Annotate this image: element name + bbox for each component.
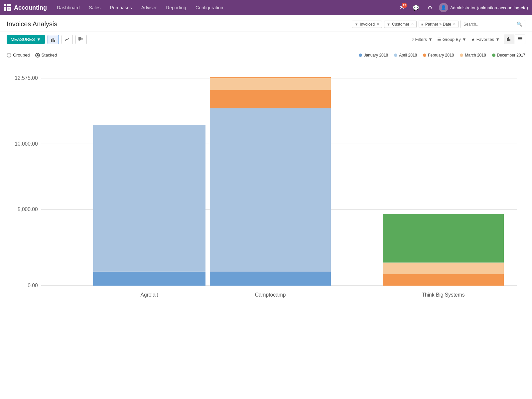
filter-icon-partner: ■ xyxy=(421,22,424,26)
bar-agrolait-seg1[interactable] xyxy=(93,272,205,286)
nav-purchases[interactable]: Purchases xyxy=(105,0,137,15)
filter-customer-close[interactable]: ✕ xyxy=(411,22,414,26)
avatar: 👤 xyxy=(439,3,448,12)
grouped-option[interactable]: Grouped xyxy=(7,53,30,58)
legend-item-2: February 2018 xyxy=(423,53,454,58)
filter-customer[interactable]: ▼ Customer ✕ xyxy=(384,21,417,28)
measures-label: MEASURES xyxy=(11,37,35,42)
stacked-radio xyxy=(35,53,40,58)
pie-chart-btn[interactable] xyxy=(75,35,87,44)
svg-rect-5 xyxy=(509,39,510,41)
stacked-option[interactable]: Stacked xyxy=(35,53,57,58)
legend-item-1: April 2018 xyxy=(394,53,417,58)
bar-camptocamp-seg-jan-dark[interactable] xyxy=(210,272,331,286)
filter-partner-label: Partner > Date xyxy=(425,22,451,27)
legend-dot-0 xyxy=(359,54,362,57)
legend-label-3: March 2018 xyxy=(465,53,486,58)
bar-camptocamp-seg-jan[interactable] xyxy=(210,108,331,271)
nav-configuration[interactable]: Configuration xyxy=(191,0,228,15)
chart-options: Grouped Stacked January 2018 April 2018 … xyxy=(7,53,525,58)
legend-item-3: March 2018 xyxy=(460,53,486,58)
chart-legend: January 2018 April 2018 February 2018 Ma… xyxy=(359,53,525,58)
navbar-right: ✉ 13 💬 ⚙ 👤 Administrator (animation-acco… xyxy=(397,3,528,13)
svg-rect-4 xyxy=(508,37,509,41)
search-input-wrap: 🔍 xyxy=(461,20,525,28)
chat-btn[interactable]: 💬 xyxy=(411,3,421,13)
svg-rect-1 xyxy=(53,38,54,42)
x-label-think: Think Big Systems xyxy=(422,292,465,298)
legend-label-1: April 2018 xyxy=(399,53,417,58)
groupby-label: Group By xyxy=(443,37,461,42)
favorites-caret: ▼ xyxy=(495,37,500,42)
nav-adviser[interactable]: Adviser xyxy=(137,0,162,15)
bar-think-seg-dec[interactable] xyxy=(383,214,504,262)
filter-icon-invoiced: ▼ xyxy=(354,22,358,26)
view-buttons xyxy=(504,35,525,44)
y-label-0: 0.00 xyxy=(28,283,38,288)
search-input[interactable] xyxy=(461,21,514,28)
legend-dot-4 xyxy=(492,54,495,57)
legend-item-0: January 2018 xyxy=(359,53,388,58)
filters-label: Filters xyxy=(415,37,427,42)
nav-dashboard[interactable]: Dashboard xyxy=(52,0,84,15)
y-label-10k: 10,000.00 xyxy=(15,141,38,147)
legend-dot-3 xyxy=(460,54,463,57)
filter-funnel-icon: ▿ xyxy=(412,37,414,42)
x-label-camptocamp: Camptocamp xyxy=(255,292,286,298)
svg-rect-6 xyxy=(518,37,522,38)
bar-agrolait-seg2[interactable] xyxy=(93,125,205,272)
nav-links: Dashboard Sales Purchases Adviser Report… xyxy=(52,0,397,15)
user-label: Administrator (animation-accounting-cfa) xyxy=(450,5,528,10)
bar-camptocamp-seg-feb[interactable] xyxy=(210,90,331,108)
filters-btn[interactable]: ▿ Filters ▼ xyxy=(412,37,433,42)
legend-label-4: December 2017 xyxy=(497,53,525,58)
page-title: Invoices Analysis xyxy=(7,20,57,28)
brand-label: Accounting xyxy=(14,4,47,11)
line-chart-btn[interactable] xyxy=(62,35,73,44)
svg-rect-3 xyxy=(507,38,508,41)
filter-invoiced[interactable]: ▼ Invoiced ✕ xyxy=(352,21,382,28)
nav-reporting[interactable]: Reporting xyxy=(161,0,191,15)
chart-view-btn[interactable] xyxy=(504,35,514,44)
legend-label-2: February 2018 xyxy=(428,53,454,58)
filter-customer-label: Customer xyxy=(392,22,409,27)
nav-sales[interactable]: Sales xyxy=(84,0,105,15)
chart-area: Grouped Stacked January 2018 April 2018 … xyxy=(0,47,532,327)
legend-label-0: January 2018 xyxy=(364,53,388,58)
legend-dot-1 xyxy=(394,54,397,57)
groupby-btn[interactable]: ☰ Group By ▼ xyxy=(437,37,466,42)
svg-rect-8 xyxy=(518,40,522,40)
favorites-label: Favorites xyxy=(476,37,494,42)
chart-container: 12,575.00 10,000.00 5,000.00 0.00 Agrola… xyxy=(7,61,525,321)
filters-caret: ▼ xyxy=(428,37,433,42)
groupby-icon: ☰ xyxy=(437,37,441,42)
svg-rect-2 xyxy=(54,40,55,42)
list-view-btn[interactable] xyxy=(515,35,525,44)
notification-badge: 13 xyxy=(402,3,407,8)
groupby-caret: ▼ xyxy=(462,37,466,42)
filter-partner-date[interactable]: ■ Partner > Date ✕ xyxy=(419,21,459,28)
bar-chart-svg: 12,575.00 10,000.00 5,000.00 0.00 Agrola… xyxy=(7,61,525,320)
bar-camptocamp-seg-mar[interactable] xyxy=(210,78,331,90)
bar-think-seg-mar[interactable] xyxy=(383,263,504,274)
page-content: Invoices Analysis ▼ Invoiced ✕ ▼ Custome… xyxy=(0,15,532,399)
search-button[interactable]: 🔍 xyxy=(514,20,525,28)
bar-think-seg-feb[interactable] xyxy=(383,274,504,286)
filter-partner-close[interactable]: ✕ xyxy=(453,22,456,26)
filter-invoiced-close[interactable]: ✕ xyxy=(376,22,379,26)
filter-invoiced-label: Invoiced xyxy=(360,22,375,27)
legend-item-4: December 2017 xyxy=(492,53,525,58)
settings-btn[interactable]: ⚙ xyxy=(425,3,435,13)
measures-button[interactable]: MEASURES ▼ xyxy=(7,35,45,44)
star-icon: ★ xyxy=(471,37,475,42)
app-brand[interactable]: Accounting xyxy=(4,4,47,11)
favorites-btn[interactable]: ★ Favorites ▼ xyxy=(471,37,500,42)
filter-controls: ▿ Filters ▼ ☰ Group By ▼ ★ Favorites ▼ xyxy=(412,37,500,42)
toolbar-left: MEASURES ▼ xyxy=(7,35,87,44)
bar-chart-btn[interactable] xyxy=(48,35,59,44)
notifications-btn[interactable]: ✉ 13 xyxy=(397,3,407,13)
x-label-agrolait: Agrolait xyxy=(141,292,159,298)
grid-icon xyxy=(4,4,11,11)
stacked-label: Stacked xyxy=(42,53,57,58)
user-menu[interactable]: 👤 Administrator (animation-accounting-cf… xyxy=(439,3,528,12)
